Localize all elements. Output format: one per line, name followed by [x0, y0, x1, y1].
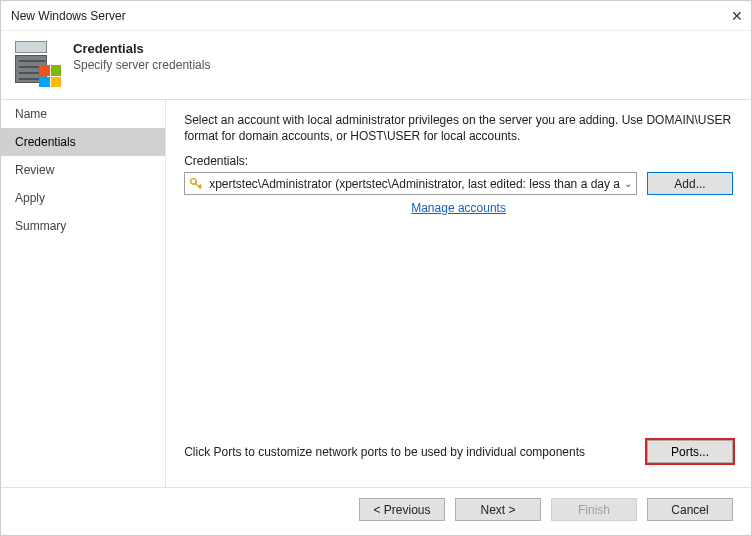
- sidebar-item-summary[interactable]: Summary: [1, 212, 165, 240]
- credentials-row: xpertstec\Administrator (xpertstec\Admin…: [184, 172, 733, 195]
- add-button[interactable]: Add...: [647, 172, 733, 195]
- sidebar-item-apply[interactable]: Apply: [1, 184, 165, 212]
- chevron-down-icon: ⌄: [624, 178, 632, 189]
- close-icon[interactable]: ✕: [703, 8, 743, 24]
- dialog-window: New Windows Server ✕ Credentials Specify…: [0, 0, 752, 536]
- previous-button[interactable]: < Previous: [359, 498, 445, 521]
- header-text: Credentials Specify server credentials: [73, 41, 210, 72]
- ports-help-text: Click Ports to customize network ports t…: [184, 445, 585, 459]
- footer-buttons: < Previous Next > Finish Cancel: [1, 487, 751, 535]
- cancel-button[interactable]: Cancel: [647, 498, 733, 521]
- server-windows-icon: [15, 41, 59, 85]
- instructions-text: Select an account with local administrat…: [184, 112, 733, 144]
- credentials-dropdown[interactable]: xpertstec\Administrator (xpertstec\Admin…: [184, 172, 637, 195]
- page-title: Credentials: [73, 41, 210, 56]
- next-button[interactable]: Next >: [455, 498, 541, 521]
- ports-row: Click Ports to customize network ports t…: [184, 434, 733, 477]
- manage-accounts-row: Manage accounts: [184, 201, 733, 215]
- wizard-sidebar: Name Credentials Review Apply Summary: [1, 100, 166, 487]
- manage-accounts-link[interactable]: Manage accounts: [411, 201, 506, 215]
- body: Name Credentials Review Apply Summary Se…: [1, 99, 751, 487]
- page-subtitle: Specify server credentials: [73, 58, 210, 72]
- header: Credentials Specify server credentials: [1, 31, 751, 99]
- sidebar-item-review[interactable]: Review: [1, 156, 165, 184]
- credentials-label: Credentials:: [184, 154, 733, 168]
- credentials-selected-value: xpertstec\Administrator (xpertstec\Admin…: [209, 177, 620, 191]
- sidebar-item-name[interactable]: Name: [1, 100, 165, 128]
- main-panel: Select an account with local administrat…: [166, 100, 751, 487]
- sidebar-item-credentials[interactable]: Credentials: [1, 128, 165, 156]
- finish-button: Finish: [551, 498, 637, 521]
- ports-button[interactable]: Ports...: [647, 440, 733, 463]
- titlebar: New Windows Server ✕: [1, 1, 751, 31]
- window-title: New Windows Server: [11, 9, 126, 23]
- key-icon: [189, 177, 203, 191]
